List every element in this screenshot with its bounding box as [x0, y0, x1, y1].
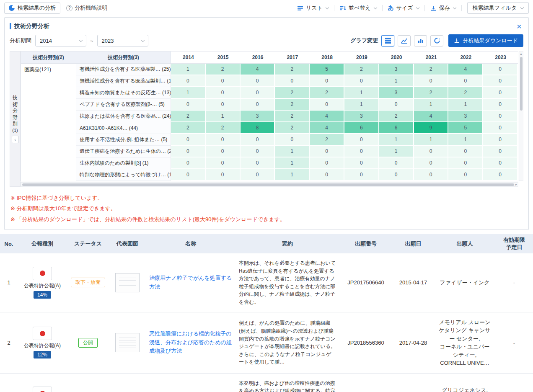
heatmap-cell[interactable]: 0	[483, 87, 518, 99]
heatmap-cell[interactable]: 0	[171, 157, 206, 169]
heatmap-cell[interactable]: 1	[344, 99, 379, 111]
heatmap-cell[interactable]: 0	[310, 146, 344, 157]
heatmap-cell[interactable]: 3	[344, 111, 379, 122]
heatmap-cell[interactable]: 0	[241, 146, 275, 157]
vertical-scrollbar[interactable]: ▲	[519, 51, 523, 181]
heatmap-cell[interactable]: 4	[448, 64, 483, 75]
heatmap-cell[interactable]: 2	[414, 64, 449, 75]
heatmap-cell[interactable]: 0	[483, 122, 518, 134]
horizontal-scroll-thumb[interactable]	[22, 183, 514, 186]
heatmap-row-label[interactable]: ペプチドを含有する医療製剤(β-… (5)	[76, 99, 171, 111]
period-to-select[interactable]: 2023	[97, 35, 148, 46]
heatmap-row-label[interactable]: 特別な物理的形態によって特徴づけ… (1)	[76, 169, 171, 181]
heatmap-cell[interactable]: 0	[171, 75, 206, 87]
heatmap-cell[interactable]: 1	[414, 99, 449, 111]
heatmap-cell[interactable]: 0	[206, 157, 241, 169]
heatmap-cell[interactable]: 0	[379, 99, 414, 111]
heatmap-cell[interactable]: 1	[344, 87, 379, 99]
heatmap-cell[interactable]: 2	[448, 87, 483, 99]
heatmap-cell[interactable]: 1	[448, 99, 483, 111]
heatmap-cell[interactable]: 2	[206, 122, 241, 134]
heatmap-cell[interactable]: 6	[379, 122, 414, 134]
heatmap-cell[interactable]: 0	[171, 99, 206, 111]
heatmap-cell[interactable]: 0	[483, 111, 518, 122]
heatmap-cell[interactable]: 0	[344, 75, 379, 87]
heatmap-cell[interactable]: 0	[241, 87, 275, 99]
collapse-axis-button[interactable]: ‹	[12, 136, 18, 143]
table-view-button[interactable]	[381, 35, 394, 46]
heatmap-cell[interactable]: 0	[206, 169, 241, 181]
heatmap-cell[interactable]: 2	[344, 64, 379, 75]
heatmap-row-label[interactable]: 遺伝子疾病を治療するために生体の… (2)	[76, 146, 171, 157]
patent-title-link[interactable]: 治療用ナノ粒子でがんを処置する方法	[149, 274, 232, 291]
heatmap-cell[interactable]: 2	[379, 111, 414, 122]
heatmap-cell[interactable]: 0	[414, 146, 449, 157]
heatmap-cell[interactable]: 9	[414, 122, 449, 134]
heatmap-cell[interactable]: 6	[344, 122, 379, 134]
heatmap-cell[interactable]: 0	[171, 134, 206, 146]
heatmap-cell[interactable]: 5	[310, 64, 344, 75]
heatmap-cell[interactable]: 0	[241, 134, 275, 146]
heatmap-cell[interactable]: 0	[483, 75, 518, 87]
pie-chart-view-button[interactable]	[430, 35, 443, 46]
analysis-help-link[interactable]: ? 分析機能説明	[66, 4, 107, 12]
heatmap-cell[interactable]: 0	[206, 87, 241, 99]
heatmap-cell[interactable]: 1	[206, 111, 241, 122]
heatmap-cell[interactable]: 1	[171, 64, 206, 75]
heatmap-cell[interactable]: 0	[344, 157, 379, 169]
heatmap-cell[interactable]: 0	[241, 99, 275, 111]
heatmap-cell[interactable]: 4	[241, 64, 275, 75]
heatmap-cell[interactable]: 0	[379, 157, 414, 169]
heatmap-cell[interactable]: 2	[275, 99, 310, 111]
period-from-select[interactable]: 2014	[35, 35, 86, 46]
heatmap-cell[interactable]: 3	[379, 87, 414, 99]
heatmap-cell[interactable]: 0	[241, 75, 275, 87]
vertical-scroll-thumb[interactable]	[520, 57, 523, 111]
list-menu[interactable]: リスト	[292, 4, 334, 12]
heatmap-cell[interactable]: 0	[448, 146, 483, 157]
heatmap-cell[interactable]: 0	[310, 99, 344, 111]
heatmap-cell[interactable]: 0	[206, 75, 241, 87]
heatmap-cell[interactable]: 2	[171, 111, 206, 122]
heatmap-cell[interactable]: 0	[483, 99, 518, 111]
heatmap-cell[interactable]: 1	[379, 75, 414, 87]
heatmap-cell[interactable]: 0	[310, 75, 344, 87]
heatmap-cell[interactable]: 0	[275, 134, 310, 146]
heatmap-cell[interactable]: 0	[414, 157, 449, 169]
heatmap-cell[interactable]: 0	[206, 99, 241, 111]
heatmap-row-label[interactable]: 有機活性成分を含有する医薬品製… (25)	[76, 64, 171, 75]
heatmap-row-label[interactable]: 抗原または抗体を含有する医薬品… (24)	[76, 111, 171, 122]
horizontal-scrollbar[interactable]: ▸	[21, 182, 518, 187]
heatmap-cell[interactable]: 3	[448, 111, 483, 122]
heatmap-cell[interactable]: 1	[414, 134, 449, 146]
heatmap-cell[interactable]: 1	[275, 146, 310, 157]
heatmap-cell[interactable]: 2	[310, 87, 344, 99]
heatmap-cell[interactable]: 1	[171, 87, 206, 99]
heatmap-cell[interactable]: 0	[206, 134, 241, 146]
heatmap-cell[interactable]: 4	[310, 122, 344, 134]
patent-drawing-thumbnail[interactable]	[115, 333, 140, 352]
heatmap-cell[interactable]: 0	[414, 169, 449, 181]
heatmap-cell[interactable]: 0	[448, 157, 483, 169]
heatmap-cell[interactable]: 1	[275, 169, 310, 181]
search-results-analysis-button[interactable]: 検索結果の分析	[4, 3, 60, 14]
bar-chart-button[interactable]	[414, 35, 427, 46]
heatmap-row-label[interactable]: 構造未知の物質またはその反応生… (13)	[76, 87, 171, 99]
heatmap-cell[interactable]: 4	[414, 111, 449, 122]
heatmap-cell[interactable]: 0	[483, 146, 518, 157]
line-chart-button[interactable]	[398, 35, 411, 46]
save-menu[interactable]: 保存	[425, 4, 461, 12]
heatmap-cell[interactable]: 2	[414, 87, 449, 99]
heatmap-cell[interactable]: 0	[344, 134, 379, 146]
heatmap-cell[interactable]: 2	[206, 64, 241, 75]
heatmap-cell[interactable]: 1	[379, 146, 414, 157]
heatmap-cell[interactable]: 0	[275, 75, 310, 87]
heatmap-cell[interactable]: 2	[275, 64, 310, 75]
heatmap-cell[interactable]: 3	[379, 64, 414, 75]
heatmap-cell[interactable]: 0	[448, 169, 483, 181]
close-icon[interactable]: ×	[515, 22, 523, 31]
heatmap-cell[interactable]: 2	[310, 134, 344, 146]
heatmap-cell[interactable]: 2	[171, 122, 206, 134]
heatmap-cell[interactable]: 0	[310, 157, 344, 169]
patent-title-link[interactable]: 悪性脳腫瘍における標的化粒子の浸透、分布および応答のための組成物及び方法	[149, 330, 232, 356]
